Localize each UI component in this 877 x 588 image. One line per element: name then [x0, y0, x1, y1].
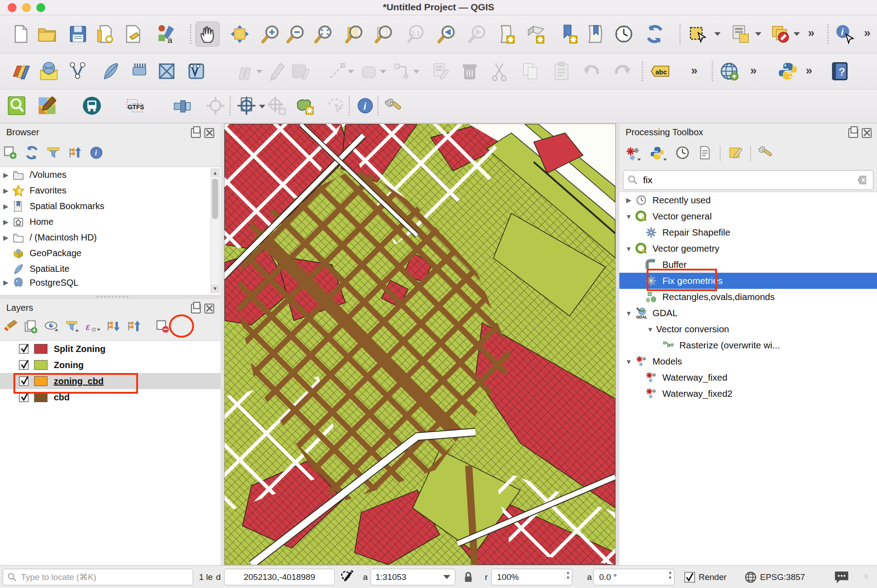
new-spatialite-layer-button[interactable]: [99, 59, 123, 84]
add-crosshair-button[interactable]: [264, 93, 289, 118]
copy-features-button[interactable]: [518, 59, 543, 84]
log-messages-button[interactable]: [833, 569, 851, 585]
expand-all-button[interactable]: [106, 319, 121, 336]
layer-label[interactable]: Zoning: [54, 360, 84, 370]
layer-row-zoning-cbd[interactable]: zoning_cbd: [0, 373, 220, 389]
style-manager-button[interactable]: a: [154, 21, 178, 47]
zoom-to-selection-button[interactable]: [342, 21, 367, 47]
paste-features-button[interactable]: [549, 59, 574, 84]
temporal-controller-button[interactable]: [612, 21, 636, 47]
digitize-shape-button[interactable]: [357, 59, 381, 84]
transit-plugin-button[interactable]: [80, 93, 104, 118]
browser-item-favorites[interactable]: ▶Favorites: [0, 183, 220, 198]
tree-item-vector-conversion[interactable]: ▼Vector conversion: [619, 321, 877, 337]
osm-place-search-button[interactable]: [4, 93, 29, 118]
new-map-view-button[interactable]: [494, 21, 518, 47]
browser-item-postgresql[interactable]: ▶PostgreSQL: [0, 277, 220, 288]
browser-properties-button[interactable]: i: [89, 145, 104, 162]
delete-selected-button[interactable]: [458, 59, 482, 84]
processing-close-icon[interactable]: [862, 128, 872, 138]
plugin-info-button[interactable]: i: [353, 93, 377, 118]
refresh-map-button[interactable]: [643, 21, 667, 47]
processing-search-box[interactable]: fix: [623, 170, 873, 190]
zoom-in-button[interactable]: [259, 21, 283, 47]
tree-item-recently-used[interactable]: ▶Recently used: [619, 192, 877, 208]
save-layer-edits-button[interactable]: [288, 59, 312, 84]
layer-checkbox[interactable]: [19, 392, 29, 402]
browser-item-geopackage[interactable]: GeoPackage: [0, 245, 220, 261]
selection-overflow-chevrons[interactable]: »: [808, 26, 813, 40]
models-menu-button[interactable]: [625, 146, 643, 161]
georeferencer-crosshair-icon[interactable]: [203, 93, 228, 118]
layer-label[interactable]: Split Zoning: [54, 344, 106, 354]
select-features-dropdown[interactable]: [714, 32, 721, 36]
resize-grip-icon[interactable]: ⠿: [864, 569, 869, 585]
processing-blob-button[interactable]: [293, 93, 317, 118]
crs-status-button[interactable]: EPSG:3857: [744, 569, 805, 585]
filter-by-expression-button[interactable]: ε: [85, 320, 100, 335]
browser-item-spatialite[interactable]: SpatiaLite: [0, 261, 220, 277]
panel-splitter[interactable]: [0, 295, 220, 299]
tree-item-rectangles-ovals-diamonds[interactable]: Rectangles,ovals,diamonds: [619, 289, 877, 305]
metasearch-button[interactable]: [717, 59, 741, 84]
select-features-button[interactable]: [686, 21, 710, 47]
results-viewer-button[interactable]: [697, 145, 713, 162]
remove-layer-button[interactable]: [155, 319, 170, 336]
current-edits-button[interactable]: [232, 59, 256, 84]
open-project-button[interactable]: [35, 21, 59, 47]
layer-checkbox[interactable]: [19, 360, 29, 370]
new-virtual-layer-button[interactable]: [184, 59, 208, 84]
help-contents-button[interactable]: ?: [828, 59, 852, 84]
add-group-button[interactable]: [23, 319, 39, 336]
filter-legend-button[interactable]: [65, 319, 80, 336]
rotation-spinbox[interactable]: 0.0 ° ▲▼: [593, 569, 674, 585]
layer-labeling-button[interactable]: abc: [648, 59, 673, 84]
extents-pen-icon[interactable]: [339, 569, 354, 585]
label-overflow-chevrons[interactable]: »: [691, 64, 696, 77]
save-project-button[interactable]: [66, 21, 90, 47]
add-selected-layer-button[interactable]: [3, 145, 18, 162]
tree-item-fix-geometries[interactable]: Fix geometries: [619, 273, 877, 289]
select-by-form-dropdown[interactable]: [755, 32, 761, 36]
zoom-next-button[interactable]: [465, 21, 489, 47]
deselect-features-button[interactable]: [768, 21, 792, 47]
center-crosshair-button[interactable]: [234, 93, 259, 118]
layer-row-zoning[interactable]: Zoning: [0, 357, 220, 373]
new-spatial-bookmark-button[interactable]: [557, 21, 581, 47]
edit-features-in-place-button[interactable]: [728, 145, 743, 162]
layer-checkbox[interactable]: [19, 344, 29, 354]
clear-search-icon[interactable]: [857, 174, 868, 186]
plugin-wrench-button[interactable]: [382, 93, 406, 118]
tree-item-buffer[interactable]: Buffer: [619, 257, 877, 273]
pan-map-button[interactable]: [195, 21, 220, 47]
vertex-tool-button[interactable]: [390, 59, 414, 84]
tree-item-waterway-fixed2[interactable]: Waterway_fixed2: [619, 386, 877, 402]
select-by-form-button[interactable]: [729, 21, 753, 47]
layers-close-icon[interactable]: [204, 304, 214, 313]
map-canvas[interactable]: [224, 124, 616, 565]
history-button[interactable]: [675, 145, 690, 162]
plugin-overflow-chevrons[interactable]: »: [806, 64, 811, 77]
browser-item-spatial-bookmarks[interactable]: ▶Spatial Bookmarks: [0, 198, 220, 214]
cut-features-button[interactable]: [487, 59, 511, 84]
data-source-manager-button[interactable]: [9, 59, 33, 84]
layers-float-icon[interactable]: [191, 304, 201, 313]
new-print-layout-button[interactable]: [93, 21, 117, 47]
deselect-dropdown[interactable]: [794, 32, 800, 36]
filter-browser-button[interactable]: [46, 145, 61, 162]
show-spatial-bookmarks-button[interactable]: [583, 21, 608, 47]
redo-button[interactable]: [611, 59, 635, 84]
new-3d-map-view-button[interactable]: [524, 21, 548, 47]
scale-combobox[interactable]: 1:31053: [371, 569, 455, 585]
digitize-with-segment-button[interactable]: [325, 59, 349, 84]
python-scripts-menu-button[interactable]: [650, 146, 668, 161]
browser-float-icon[interactable]: [191, 128, 201, 138]
browser-close-icon[interactable]: [204, 128, 214, 138]
tree-item-waterway-fixed[interactable]: Waterway_fixed: [619, 369, 877, 386]
processing-options-button[interactable]: [758, 145, 773, 162]
web-overflow-chevrons[interactable]: »: [750, 64, 755, 77]
attributes-overflow-chevrons[interactable]: »: [864, 26, 869, 40]
browser-item-macintosh-hd[interactable]: ▶/ (Macintosh HD): [0, 230, 220, 245]
layer-row-split-zoning[interactable]: Split Zoning: [0, 341, 220, 357]
add-wms-layer-button[interactable]: [37, 59, 61, 84]
